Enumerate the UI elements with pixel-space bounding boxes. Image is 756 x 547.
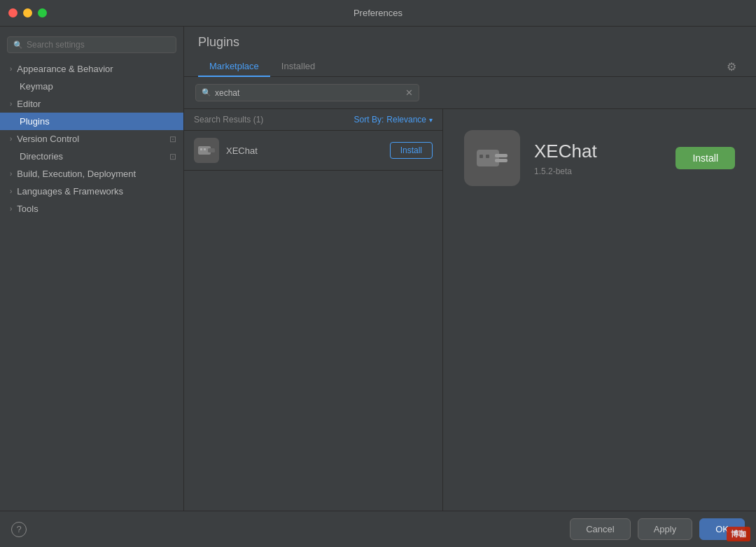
window-title: Preferences: [354, 8, 402, 18]
sidebar-item-version-control[interactable]: › Version Control ⊡: [0, 130, 183, 148]
detail-pane: XEChat 1.5.2-beta Install: [443, 109, 756, 511]
detail-title-area: XEChat 1.5.2-beta: [534, 141, 662, 176]
sidebar-search-input[interactable]: [27, 40, 170, 50]
list-item[interactable]: XEChat Install: [184, 131, 442, 171]
sidebar-item-directories[interactable]: Directories ⊡: [0, 148, 183, 165]
sidebar-search-wrap[interactable]: 🔍: [7, 36, 176, 53]
sidebar-item-keymap-label: Keymap: [20, 81, 53, 92]
plugin-search-icon: 🔍: [202, 88, 211, 97]
chevron-right-icon-editor: ›: [10, 100, 12, 108]
svg-rect-6: [495, 159, 507, 162]
plugin-thumbnail: [194, 138, 219, 163]
sidebar: 🔍 › Appearance & Behavior Keymap › Edito…: [0, 27, 184, 511]
detail-version: 1.5.2-beta: [534, 166, 662, 176]
sidebar-item-editor-label: Editor: [17, 99, 41, 109]
plugin-list-name: XEChat: [226, 145, 383, 156]
chevron-right-icon-tools: ›: [10, 205, 12, 213]
results-list: Search Results (1) Sort By: Relevance ▾: [184, 109, 443, 511]
sort-by[interactable]: Sort By: Relevance ▾: [354, 115, 433, 125]
tab-marketplace[interactable]: Marketplace: [198, 57, 270, 77]
sidebar-item-tools[interactable]: › Tools: [0, 200, 183, 218]
sort-label: Sort By:: [354, 115, 384, 125]
clear-icon[interactable]: ✕: [405, 87, 413, 98]
plugins-title: Plugins: [198, 35, 742, 50]
sidebar-item-editor[interactable]: › Editor: [0, 95, 183, 113]
chevron-right-icon: ›: [10, 65, 12, 73]
chevron-right-icon-vc: ›: [10, 135, 12, 143]
traffic-lights: [8, 8, 47, 17]
svg-rect-8: [486, 155, 489, 158]
main-layout: 🔍 › Appearance & Behavior Keymap › Edito…: [0, 27, 756, 511]
plugin-search-area: 🔍 ✕: [184, 77, 756, 109]
plugins-tabs: Marketplace Installed ⚙: [198, 57, 742, 76]
detail-icon: [464, 130, 520, 186]
watermark: 博咖: [727, 527, 750, 541]
cancel-button[interactable]: Cancel: [570, 518, 630, 540]
sidebar-item-build[interactable]: › Build, Execution, Deployment: [0, 165, 183, 183]
help-button[interactable]: ?: [11, 522, 27, 537]
sidebar-item-appearance[interactable]: › Appearance & Behavior: [0, 60, 183, 78]
close-button[interactable]: [8, 8, 18, 17]
svg-rect-3: [204, 148, 206, 150]
install-button-small[interactable]: Install: [390, 142, 433, 159]
results-area: Search Results (1) Sort By: Relevance ▾: [184, 109, 756, 511]
tab-installed[interactable]: Installed: [270, 57, 326, 77]
plugins-header: Plugins Marketplace Installed ⚙: [184, 27, 756, 77]
content-area: Plugins Marketplace Installed ⚙ 🔍 ✕: [184, 27, 756, 511]
sidebar-item-appearance-label: Appearance & Behavior: [17, 64, 113, 74]
plugin-search-input[interactable]: [215, 88, 402, 98]
sidebar-item-version-control-label: Version Control: [17, 134, 79, 144]
install-button-large[interactable]: Install: [676, 147, 735, 169]
svg-rect-1: [208, 148, 215, 152]
sidebar-item-plugins-label: Plugins: [20, 116, 50, 127]
sidebar-item-keymap[interactable]: Keymap: [0, 78, 183, 95]
minimize-button[interactable]: [23, 8, 32, 17]
apply-button[interactable]: Apply: [638, 518, 693, 540]
detail-header: XEChat 1.5.2-beta Install: [464, 130, 735, 186]
results-count: Search Results (1): [194, 115, 263, 125]
bottom-bar: ? Cancel Apply OK: [0, 511, 756, 547]
plugin-search-wrap[interactable]: 🔍 ✕: [195, 84, 419, 101]
sidebar-item-tools-label: Tools: [17, 204, 38, 214]
svg-rect-2: [200, 148, 202, 150]
title-bar: Preferences: [0, 0, 756, 27]
copy-icon-vc: ⊡: [169, 134, 176, 144]
sidebar-item-languages[interactable]: › Languages & Frameworks: [0, 183, 183, 200]
chevron-right-icon-lang: ›: [10, 187, 12, 195]
copy-icon-dir: ⊡: [169, 152, 176, 162]
sidebar-item-directories-label: Directories: [20, 151, 63, 162]
sidebar-item-languages-label: Languages & Frameworks: [17, 186, 123, 197]
sidebar-item-plugins[interactable]: Plugins: [0, 113, 183, 130]
maximize-button[interactable]: [38, 8, 47, 17]
results-header: Search Results (1) Sort By: Relevance ▾: [184, 109, 442, 131]
gear-icon[interactable]: ⚙: [721, 57, 742, 76]
bottom-actions: Cancel Apply OK: [570, 518, 745, 540]
svg-rect-5: [495, 154, 507, 157]
sidebar-search-container: 🔍: [0, 32, 183, 60]
sidebar-item-build-label: Build, Execution, Deployment: [17, 169, 136, 179]
chevron-right-icon-build: ›: [10, 170, 12, 178]
detail-title: XEChat: [534, 141, 662, 162]
sort-value: Relevance: [386, 115, 426, 125]
sidebar-search-icon: 🔍: [13, 41, 23, 50]
svg-rect-7: [479, 155, 483, 158]
chevron-down-icon: ▾: [429, 116, 433, 124]
